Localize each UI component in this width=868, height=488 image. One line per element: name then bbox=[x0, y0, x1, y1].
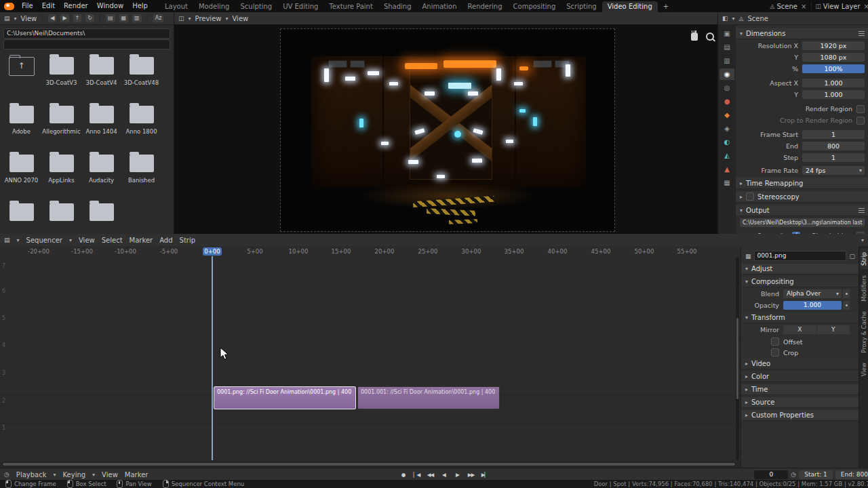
menu-window[interactable]: Window bbox=[93, 0, 127, 12]
time-panel-header[interactable]: ▸ Time bbox=[741, 384, 859, 395]
menu-edit[interactable]: Edit bbox=[38, 0, 59, 12]
tab-view-layer[interactable]: ▥ bbox=[719, 55, 734, 66]
stereoscopy-panel-header[interactable]: ▸ Stereoscopy bbox=[736, 191, 868, 203]
keying-clock-icon[interactable]: ◷ bbox=[791, 471, 796, 478]
folder-item[interactable]: Adobe bbox=[1, 100, 41, 149]
aspect-y-field[interactable]: 1.000 bbox=[802, 90, 865, 99]
detail-view-button[interactable]: ▥ bbox=[132, 14, 142, 22]
blender-logo-icon[interactable] bbox=[4, 3, 14, 10]
playbar-marker-menu[interactable]: Marker bbox=[125, 471, 149, 479]
resolution-percent-slider[interactable]: 100% bbox=[802, 64, 865, 73]
compositing-panel-header[interactable]: ▾ Compositing bbox=[741, 277, 859, 287]
preview-view-menu[interactable]: View bbox=[232, 15, 248, 22]
tab-render[interactable]: ▣ bbox=[719, 28, 734, 39]
tab-uv-editing[interactable]: UV Editing bbox=[277, 1, 323, 12]
resolution-x-field[interactable]: 1920 px bbox=[802, 41, 865, 50]
animate-property-button[interactable] bbox=[843, 301, 850, 310]
frame-end-field[interactable]: End: 800 bbox=[835, 470, 868, 479]
view-layer-unlink-button[interactable]: × bbox=[863, 3, 868, 10]
menu-file[interactable]: File bbox=[18, 0, 37, 12]
blend-dropdown[interactable]: Alpha Over bbox=[783, 289, 842, 298]
menu-render[interactable]: Render bbox=[60, 0, 92, 12]
folder-item[interactable] bbox=[41, 198, 81, 234]
directory-path-field[interactable]: C:\Users\Neil\Documents\ bbox=[3, 28, 170, 39]
folder-item[interactable]: Anno 1800 bbox=[121, 100, 161, 149]
sidebar-tab-proxy-cache[interactable]: Proxy & Cache bbox=[860, 308, 868, 357]
filename-field[interactable] bbox=[3, 39, 170, 49]
editor-type-icon[interactable]: ▤ bbox=[4, 237, 10, 243]
play-button[interactable]: ▶ bbox=[452, 471, 463, 479]
source-panel-header[interactable]: ▸ Source bbox=[741, 397, 859, 408]
frame-end-field[interactable]: 800 bbox=[802, 142, 865, 150]
folder-item[interactable]: AppLinks bbox=[41, 149, 81, 198]
strip-name-field[interactable]: 0001.png bbox=[754, 251, 847, 261]
video-panel-header[interactable]: ▸ Video bbox=[741, 359, 859, 369]
sequencer-view-menu[interactable]: View bbox=[79, 237, 95, 244]
menu-help[interactable]: Help bbox=[128, 0, 152, 12]
tab-layout[interactable]: Layout bbox=[159, 1, 193, 12]
parent-directory-button[interactable]: ↑ bbox=[73, 14, 82, 22]
resolution-y-field[interactable]: 1080 px bbox=[802, 53, 865, 62]
tab-modeling[interactable]: Modeling bbox=[193, 1, 235, 12]
folder-item[interactable]: Allegorithmic bbox=[41, 100, 81, 149]
tab-output[interactable]: ▤ bbox=[719, 41, 734, 53]
offset-checkbox[interactable] bbox=[771, 338, 779, 346]
strip-image-2[interactable]: 0001.001: //Sci Fi Door Animation\0001.p… bbox=[357, 386, 500, 409]
tab-object-data[interactable]: ▲ bbox=[719, 163, 734, 175]
timeline-ruler[interactable]: -20+00 -15+00 -10+00 -5+00 5+00 10+00 15… bbox=[0, 246, 741, 258]
tab-sculpting[interactable]: Sculpting bbox=[235, 1, 277, 12]
frame-rate-dropdown[interactable]: 24 fps bbox=[802, 166, 865, 175]
editor-type-icon[interactable]: ◧ bbox=[722, 15, 728, 22]
tab-scripting[interactable]: Scripting bbox=[561, 1, 601, 12]
play-reverse-button[interactable]: ◀ bbox=[438, 471, 450, 479]
opacity-slider[interactable]: 1.000 bbox=[783, 301, 842, 310]
horizontal-scrollbar[interactable] bbox=[2, 462, 736, 466]
zoom-gizmo[interactable] bbox=[706, 33, 714, 41]
scene-unlink-button[interactable]: × bbox=[800, 3, 808, 10]
dimensions-panel-header[interactable]: ▾ Dimensions bbox=[736, 28, 868, 39]
playbar-view-menu[interactable]: View bbox=[102, 471, 118, 479]
back-button[interactable]: ◀ bbox=[48, 14, 56, 22]
crop-render-region-checkbox[interactable] bbox=[856, 117, 865, 125]
time-remapping-panel-header[interactable]: ▸ Time Remapping bbox=[736, 178, 868, 189]
sidebar-tab-view[interactable]: View bbox=[860, 359, 868, 380]
keying-menu[interactable]: Keying bbox=[63, 471, 86, 479]
preview-viewport[interactable] bbox=[174, 24, 718, 234]
pan-gizmo[interactable] bbox=[691, 33, 698, 41]
playhead[interactable] bbox=[212, 256, 213, 460]
aspect-x-field[interactable]: 1.000 bbox=[802, 79, 865, 87]
folder-item[interactable]: ANNO 2070 bbox=[1, 149, 41, 198]
parent-directory-item[interactable]: ↑ bbox=[1, 52, 41, 100]
forward-button[interactable]: ▶ bbox=[60, 14, 68, 22]
editor-type-icon[interactable]: ◫ bbox=[178, 15, 184, 22]
jump-to-start-button[interactable]: ▏◀ bbox=[411, 471, 422, 479]
next-keyframe-button[interactable]: ▶▶ bbox=[465, 471, 477, 479]
sequencer-strip-menu[interactable]: Strip bbox=[180, 237, 196, 244]
adjust-panel-header[interactable]: ▾ Adjust bbox=[741, 264, 859, 274]
thumbnail-view-button[interactable]: ▦ bbox=[119, 14, 129, 22]
tab-collection[interactable]: ● bbox=[719, 96, 734, 107]
animate-property-button[interactable] bbox=[843, 289, 850, 298]
sidebar-tab-strip[interactable]: Strip bbox=[860, 249, 868, 269]
tab-modifiers[interactable]: ◈ bbox=[719, 123, 734, 134]
sort-alphabetical-button[interactable]: Az bbox=[153, 14, 164, 22]
color-panel-header[interactable]: ▸ Color bbox=[741, 371, 859, 382]
tab-particles[interactable]: ◐ bbox=[719, 136, 734, 148]
overlay-toggle-icon[interactable]: ▾ bbox=[861, 237, 864, 243]
file-browser-view-menu[interactable]: View bbox=[21, 15, 37, 22]
tab-rendering[interactable]: Rendering bbox=[462, 1, 507, 12]
list-view-button[interactable]: ▤ bbox=[106, 14, 115, 22]
tab-video-editing[interactable]: Video Editing bbox=[602, 1, 658, 12]
folder-item[interactable]: Audacity bbox=[81, 149, 121, 198]
strip-image-1[interactable]: 0001.png: //Sci Fi Door Animation\0001.p… bbox=[214, 386, 356, 409]
panel-menu-icon[interactable] bbox=[859, 31, 865, 36]
panel-menu-icon[interactable] bbox=[859, 208, 865, 213]
current-frame-badge[interactable]: 0+00 bbox=[203, 247, 222, 256]
playback-menu[interactable]: Playback bbox=[16, 471, 47, 479]
preview-mode-dropdown[interactable]: Preview bbox=[195, 15, 222, 22]
folder-item[interactable]: 3D-CoatV4 bbox=[81, 52, 121, 100]
pin-icon[interactable]: ▢ bbox=[849, 253, 855, 260]
crop-checkbox[interactable] bbox=[771, 348, 779, 357]
tab-texture[interactable]: ▦ bbox=[719, 177, 734, 188]
folder-item[interactable] bbox=[1, 198, 41, 234]
